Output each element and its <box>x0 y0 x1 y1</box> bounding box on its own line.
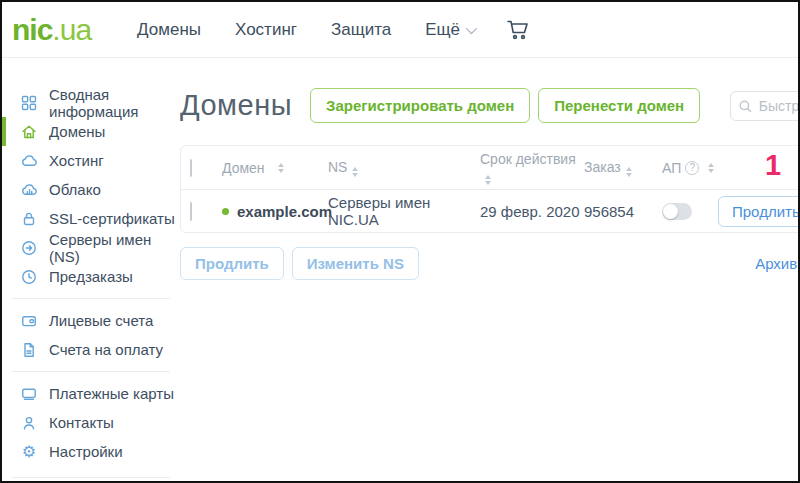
column-header-ns[interactable]: NS <box>328 159 480 177</box>
gear-icon: ⚙ <box>20 443 38 461</box>
sidebar-item-summary[interactable]: Сводная информация <box>2 88 178 117</box>
bulk-actions-row: Продлить Изменить NS Архив доменов <box>180 247 800 280</box>
sidebar-item-label: Контакты <box>49 414 114 431</box>
app-window: nic.ua Домены Хостинг Защита Ещё Сводная… <box>0 0 800 483</box>
search-icon <box>739 100 752 113</box>
grid-icon <box>20 94 38 112</box>
order-value: 956854 <box>584 203 662 220</box>
sidebar-item-domains[interactable]: Домены <box>2 117 178 146</box>
sidebar-item-settings[interactable]: ⚙ Настройки <box>2 437 178 466</box>
quick-search <box>730 91 800 121</box>
nav-domains[interactable]: Домены <box>137 20 201 40</box>
column-header-term[interactable]: Срок действия <box>480 151 584 185</box>
sidebar-item-ssl[interactable]: SSL-сертификаты <box>2 204 178 233</box>
shopping-cart-icon[interactable] <box>506 19 530 41</box>
nav-protection[interactable]: Защита <box>331 20 391 40</box>
sidebar-item-label: Настройки <box>49 443 123 460</box>
sidebar-divider <box>12 371 170 372</box>
sidebar-item-hosting[interactable]: Хостинг <box>2 146 178 175</box>
logo-part-1: nic <box>12 13 52 46</box>
sidebar-item-payment-cards[interactable]: Платежные карты <box>2 379 178 408</box>
sidebar-item-label: SSL-сертификаты <box>49 210 175 227</box>
renew-domain-button[interactable]: Продлить <box>718 196 800 227</box>
cloud-chart-icon <box>20 181 38 199</box>
arrow-right-circle-icon <box>20 239 38 257</box>
sidebar-divider <box>12 298 170 299</box>
sidebar-item-accounts[interactable]: Лицевые счета <box>2 306 178 335</box>
table-header-row: Домен NS Срок действия Заказ АП? <box>181 146 800 190</box>
bulk-renew-button[interactable]: Продлить <box>180 247 284 280</box>
nav-hosting[interactable]: Хостинг <box>235 20 297 40</box>
sidebar: Сводная информация Домены Хостинг Облако <box>2 58 178 483</box>
sidebar-item-nameservers[interactable]: Серверы имен (NS) <box>2 233 178 262</box>
credit-card-icon <box>20 385 38 403</box>
register-domain-button[interactable]: Зарегистрировать домен <box>310 88 530 123</box>
table-row: example.com Серверы имен NIC.UA 29 февр.… <box>181 190 800 232</box>
nav-more[interactable]: Ещё <box>425 20 474 40</box>
sidebar-item-label: Серверы имен (NS) <box>49 231 178 265</box>
term-value: 29 февр. 2020 <box>480 203 584 220</box>
column-header-domain[interactable]: Домен <box>222 160 328 176</box>
nic-ua-logo[interactable]: nic.ua <box>12 13 91 47</box>
sort-icon <box>352 167 358 177</box>
sidebar-item-label: Предзаказы <box>49 268 133 285</box>
domain-name[interactable]: example.com <box>237 203 332 220</box>
change-ns-button[interactable]: Изменить NS <box>292 247 419 280</box>
sidebar-item-label: Счета на оплату <box>49 341 163 358</box>
status-dot-active <box>222 208 229 215</box>
sidebar-item-contacts[interactable]: Контакты <box>2 408 178 437</box>
sidebar-item-cloud[interactable]: Облако <box>2 175 178 204</box>
sidebar-item-label: Облако <box>49 181 101 198</box>
sidebar-item-preorders[interactable]: Предзаказы <box>2 262 178 291</box>
transfer-domain-button[interactable]: Перенести домен <box>538 88 700 123</box>
clock-icon <box>20 268 38 286</box>
sidebar-item-label: Сводная информация <box>49 86 178 120</box>
sidebar-item-label: Хостинг <box>49 152 104 169</box>
sidebar-item-label: Платежные карты <box>49 385 174 402</box>
logo-part-2: .ua <box>52 13 91 46</box>
page-title: Домены <box>180 89 292 122</box>
main-content: Домены Зарегистрировать домен Перенести … <box>178 58 800 483</box>
select-all-checkbox[interactable] <box>190 159 192 177</box>
archive-domains-link[interactable]: Архив доменов <box>755 255 800 272</box>
auto-renew-toggle[interactable] <box>662 203 692 220</box>
annotation-number-1: 1 <box>765 149 781 182</box>
sort-icon <box>278 163 284 173</box>
top-header: nic.ua Домены Хостинг Защита Ещё <box>2 2 798 58</box>
cloud-icon <box>20 152 38 170</box>
sort-icon <box>485 175 491 185</box>
invoice-icon <box>20 341 38 359</box>
column-header-order[interactable]: Заказ <box>584 159 662 177</box>
home-icon <box>20 123 38 141</box>
row-checkbox[interactable] <box>190 202 192 221</box>
domains-table: Домен NS Срок действия Заказ АП? example… <box>180 145 800 233</box>
chevron-down-icon <box>466 22 477 33</box>
sidebar-divider <box>12 477 170 478</box>
lock-icon <box>20 210 38 228</box>
sort-icon <box>626 167 632 177</box>
ns-value: Серверы имен NIC.UA <box>328 194 480 228</box>
sidebar-item-invoices[interactable]: Счета на оплату <box>2 335 178 364</box>
sidebar-item-label: Домены <box>49 123 105 140</box>
column-header-ap[interactable]: АП? <box>662 160 718 176</box>
person-icon <box>20 414 38 432</box>
sort-icon <box>708 163 714 173</box>
wallet-icon <box>20 312 38 330</box>
sidebar-item-label: Лицевые счета <box>49 312 153 329</box>
top-navigation: Домены Хостинг Защита Ещё <box>137 20 474 40</box>
help-question-icon[interactable]: ? <box>685 161 699 175</box>
